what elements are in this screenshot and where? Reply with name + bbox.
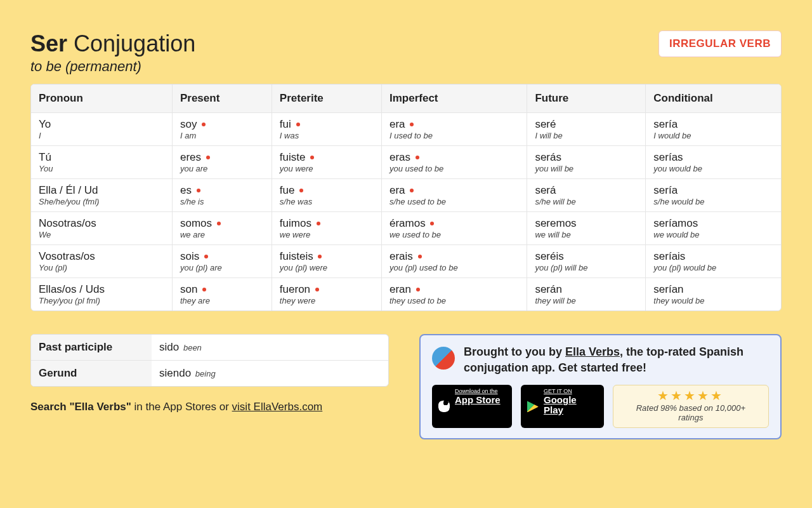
table-row: Nosotras/osWesomos we arefuimos we wereé… [31, 212, 781, 245]
form-cell: seránthey will be [527, 278, 646, 311]
irregular-dot-icon [202, 288, 206, 291]
form-cell: eran they used to be [382, 278, 527, 311]
form-cell: soy I am [173, 113, 272, 146]
col-preterite: Preterite [272, 84, 382, 113]
app-store-button[interactable]: Download on the App Store [432, 385, 512, 428]
form-cell: seréI will be [527, 113, 646, 146]
ella-verbs-icon [432, 347, 455, 370]
irregular-dot-icon [418, 255, 422, 258]
col-conditional: Conditional [646, 84, 781, 113]
irregular-dot-icon [217, 222, 221, 225]
form-cell: seremoswe will be [527, 212, 646, 245]
gerund-value: siendo being [152, 361, 388, 386]
form-cell: serás/he will be [527, 179, 646, 212]
form-cell: eras you used to be [382, 146, 527, 179]
irregular-dot-icon [202, 123, 206, 126]
form-cell: era s/he used to be [382, 179, 527, 212]
form-cell: sois you (pl) are [173, 245, 272, 278]
title-rest: Conjugation [74, 30, 195, 57]
promo-text: Brought to you by Ella Verbs, the top-ra… [464, 344, 769, 376]
rating-box: ★★★★★ Rated 98% based on 10,000+ ratings [613, 385, 769, 428]
participle-table: Past participle sido been Gerund siendo … [30, 334, 389, 387]
irregular-dot-icon [197, 189, 200, 192]
irregular-dot-icon [416, 288, 420, 291]
pronoun-cell: TúYou [31, 146, 173, 179]
irregular-dot-icon [430, 222, 434, 225]
past-participle-value: sido been [152, 335, 388, 361]
visit-link[interactable]: visit EllaVerbs.com [232, 401, 323, 413]
promo-box: Brought to you by Ella Verbs, the top-ra… [419, 334, 782, 439]
irregular-dot-icon [317, 222, 320, 225]
table-row: Ellas/os / UdsThey/you (pl fml)son they … [31, 278, 781, 311]
form-cell: fui I was [272, 113, 382, 146]
form-cell: seríaisyou (pl) would be [646, 245, 781, 278]
pronoun-cell: YoI [31, 113, 173, 146]
irregular-dot-icon [416, 156, 419, 159]
verb-name: Ser [30, 30, 67, 57]
form-cell: eres you are [173, 146, 272, 179]
form-cell: seríasyou would be [646, 146, 781, 179]
form-cell: seréisyou (pl) will be [527, 245, 646, 278]
form-cell: erais you (pl) used to be [382, 245, 527, 278]
form-cell: seríanthey would be [646, 278, 781, 311]
form-cell: fue s/he was [272, 179, 382, 212]
col-imperfect: Imperfect [382, 84, 527, 113]
form-cell: fuiste you were [272, 146, 382, 179]
form-cell: fuisteis you (pl) were [272, 245, 382, 278]
search-line: Search "Ella Verbs" in the App Stores or… [30, 401, 389, 413]
table-row: Ella / Él / UdShe/he/you (fml)es s/he is… [31, 179, 781, 212]
gerund-label: Gerund [31, 361, 152, 386]
form-cell: serías/he would be [646, 179, 781, 212]
subtitle: to be (permanent) [30, 58, 195, 75]
irregular-badge: IRREGULAR VERB [658, 30, 782, 57]
irregular-dot-icon [410, 189, 414, 192]
past-participle-label: Past participle [31, 335, 152, 361]
rating-text: Rated 98% based on 10,000+ ratings [627, 403, 754, 422]
table-row: TúYoueres you arefuiste you wereeras you… [31, 146, 781, 179]
col-present: Present [173, 84, 272, 113]
irregular-dot-icon [204, 255, 208, 258]
col-future: Future [527, 84, 646, 113]
pronoun-cell: Nosotras/osWe [31, 212, 173, 245]
col-pronoun: Pronoun [31, 84, 173, 113]
table-row: Vosotras/osYou (pl)sois you (pl) arefuis… [31, 245, 781, 278]
form-cell: fuimos we were [272, 212, 382, 245]
form-cell: fueron they were [272, 278, 382, 311]
page-title: Ser Conjugation [30, 30, 195, 57]
ella-verbs-link[interactable]: Ella Verbs [565, 345, 620, 358]
pronoun-cell: Ella / Él / UdShe/he/you (fml) [31, 179, 173, 212]
conjugation-table: PronounPresentPreteriteImperfectFutureCo… [30, 84, 782, 311]
irregular-dot-icon [318, 255, 322, 258]
pronoun-cell: Vosotras/osYou (pl) [31, 245, 173, 278]
form-cell: somos we are [173, 212, 272, 245]
form-cell: era I used to be [382, 113, 527, 146]
form-cell: seríamoswe would be [646, 212, 781, 245]
irregular-dot-icon [410, 123, 414, 126]
irregular-dot-icon [315, 288, 319, 291]
form-cell: es s/he is [173, 179, 272, 212]
form-cell: serásyou will be [527, 146, 646, 179]
form-cell: éramos we used to be [382, 212, 527, 245]
irregular-dot-icon [296, 123, 300, 126]
star-icons: ★★★★★ [627, 389, 754, 402]
pronoun-cell: Ellas/os / UdsThey/you (pl fml) [31, 278, 173, 311]
google-play-button[interactable]: GET IT ON Google Play [521, 385, 604, 428]
table-row: YoIsoy I amfui I wasera I used to beseré… [31, 113, 781, 146]
irregular-dot-icon [310, 156, 314, 159]
form-cell: seríaI would be [646, 113, 781, 146]
form-cell: son they are [173, 278, 272, 311]
irregular-dot-icon [299, 189, 303, 192]
irregular-dot-icon [206, 156, 210, 159]
